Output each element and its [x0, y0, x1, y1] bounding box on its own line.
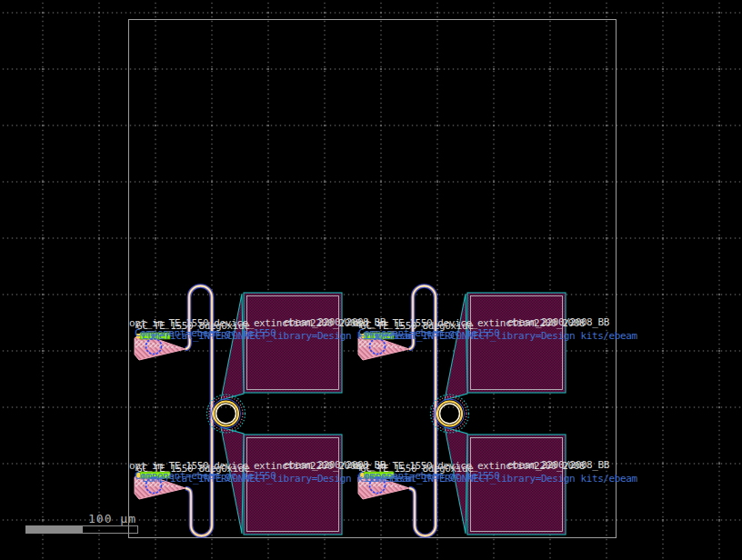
layout-canvas[interactable]: opt_in_TE_1550_device_extinction2200_200… [0, 0, 742, 560]
layout-text-label-blue_b: Lumerical_INTERCONNECT_library=Design ki… [366, 474, 637, 484]
layout-text-label-white_c: ebeam_2200/2008_BB [507, 460, 609, 470]
scale-bar [25, 525, 138, 534]
scale-bar-fill [26, 526, 83, 533]
layout-text-label-blue_b: Lumerical_INTERCONNECT_library=Design ki… [366, 331, 637, 341]
layout-text-label-white_c: ebeam_2200/2008_BB [507, 317, 609, 327]
scale-bar-label: 100 µm [36, 512, 136, 525]
